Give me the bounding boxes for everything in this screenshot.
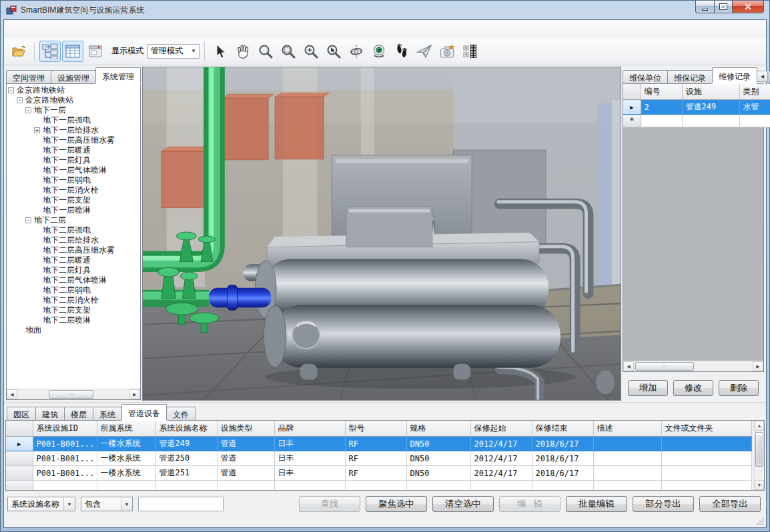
new-row[interactable]: * <box>623 115 770 127</box>
tree-item[interactable]: 地下二层暖通 <box>8 255 140 265</box>
delete-button[interactable]: 删除 <box>719 380 759 396</box>
search-input[interactable] <box>138 497 224 511</box>
tree-item[interactable]: 地下二层高压细水雾 <box>8 245 140 255</box>
table-row[interactable]: ▶P001-B001...一楼水系统管道249管道日丰RFDN502012/4/… <box>6 437 752 451</box>
tab[interactable]: 系统 <box>93 407 122 420</box>
partial-export-button[interactable]: 部分导出 <box>633 496 694 512</box>
collapse-icon[interactable]: - <box>25 217 31 223</box>
search-operator-select[interactable]: 包含▼ <box>81 497 133 511</box>
tab-scroll-left-icon[interactable]: ◀ <box>757 71 768 82</box>
tree-item[interactable]: 地面 <box>8 325 140 335</box>
column-header[interactable]: 编号 <box>641 84 682 100</box>
pan-hand-icon[interactable] <box>232 41 254 62</box>
cell[interactable]: 管道249 <box>682 100 739 115</box>
cell[interactable]: 管道 <box>217 437 274 451</box>
cell[interactable]: 日丰 <box>274 437 345 451</box>
tab[interactable]: 维保单位 <box>623 70 668 83</box>
cell[interactable]: 2018/6/17 <box>532 437 593 451</box>
zoom-range-icon[interactable] <box>300 41 322 62</box>
cell[interactable]: RF <box>345 466 406 481</box>
tree-item[interactable]: 地下一层弱电 <box>8 175 140 185</box>
batch-edit-button[interactable]: 批量编辑 <box>566 496 627 512</box>
cell[interactable]: P001-B001... <box>33 437 97 451</box>
tree-item[interactable]: -地下一层 <box>8 105 140 115</box>
tree-item[interactable]: 地下一层消火栓 <box>8 185 140 195</box>
table-row[interactable]: P001-B001...一楼水系统管道250管道日丰RFDN502012/4/1… <box>6 451 752 466</box>
expand-icon[interactable]: + <box>34 127 40 133</box>
row-selector[interactable] <box>6 451 33 466</box>
tree-item[interactable]: 地下一层支架 <box>8 195 140 205</box>
cell[interactable]: 管道249 <box>155 437 217 451</box>
orbit-icon[interactable] <box>346 41 367 62</box>
cell[interactable] <box>661 451 752 466</box>
clear-selected-button[interactable]: 清空选中 <box>432 496 494 512</box>
fly-icon[interactable] <box>414 41 435 62</box>
tree-item[interactable]: 地下二层支架 <box>8 305 140 315</box>
collapse-icon[interactable]: - <box>17 97 23 103</box>
tab[interactable]: 设施管理 <box>51 70 96 83</box>
column-header[interactable]: 型号 <box>345 421 406 437</box>
modify-button[interactable]: 修改 <box>673 380 713 396</box>
export-all-button[interactable]: 全部导出 <box>699 496 761 512</box>
zoom-select-icon[interactable] <box>323 41 344 62</box>
cell[interactable]: DN50 <box>406 437 470 451</box>
cell[interactable]: 水管 <box>739 100 770 115</box>
cell[interactable]: 一楼水系统 <box>97 437 155 451</box>
cell[interactable] <box>641 115 682 127</box>
tree-item[interactable]: 地下二层灯具 <box>8 265 140 275</box>
table-vertical-scrollbar[interactable]: ▲ ▼ <box>754 421 764 490</box>
cell[interactable] <box>593 437 661 451</box>
column-header[interactable]: 系统设施ID <box>33 421 97 437</box>
zoom-icon[interactable] <box>255 41 276 62</box>
column-header[interactable]: 文件或文件夹 <box>661 421 752 437</box>
cell[interactable]: DN50 <box>406 466 470 481</box>
tree-item[interactable]: -金京路地铁站 <box>8 85 140 95</box>
cell[interactable] <box>661 437 752 451</box>
tree-item[interactable]: 地下一层灯具 <box>8 155 140 165</box>
minimize-button[interactable] <box>695 1 715 13</box>
add-button[interactable]: 增加 <box>628 380 668 396</box>
grid-horizontal-scrollbar[interactable]: ◀ ▶ <box>623 361 763 371</box>
cell[interactable]: P001-B001... <box>33 451 97 466</box>
animation-icon[interactable] <box>459 41 480 62</box>
tree-item[interactable]: 地下二层消火栓 <box>8 295 140 305</box>
scroll-left-icon[interactable]: ◀ <box>7 389 17 399</box>
tree-item[interactable]: 地下二层弱电 <box>8 285 140 295</box>
table-row[interactable]: ▶2管道249水管 <box>623 100 770 115</box>
tree-item[interactable]: 地下二层强电 <box>8 225 140 235</box>
cell[interactable]: 2 <box>641 100 682 115</box>
form-view-icon[interactable] <box>85 41 106 62</box>
tree-item[interactable]: 地下二层喷淋 <box>8 315 140 325</box>
table-view-icon[interactable] <box>62 41 83 62</box>
scroll-down-icon[interactable]: ▼ <box>755 480 764 490</box>
tab[interactable]: 建筑 <box>35 407 65 420</box>
cell[interactable]: P001-B001... <box>33 466 97 481</box>
edit-button[interactable]: 编 辑 <box>499 496 560 512</box>
column-header[interactable]: 品牌 <box>274 421 345 437</box>
tree-item[interactable]: 地下一层高压细水雾 <box>8 135 140 145</box>
scroll-right-icon[interactable]: ▶ <box>753 361 763 371</box>
cell[interactable]: RF <box>345 437 406 451</box>
column-header[interactable]: 所属系统 <box>97 421 155 437</box>
maximize-button[interactable] <box>715 1 733 13</box>
close-button[interactable] <box>733 1 764 13</box>
cell[interactable] <box>593 466 661 481</box>
table-row[interactable]: P001-B001...一楼水系统管道251管道日丰RFDN502012/4/1… <box>6 466 752 481</box>
cell[interactable]: 2012/4/17 <box>470 437 532 451</box>
look-around-icon[interactable] <box>368 41 390 62</box>
tree-item[interactable]: -地下二层 <box>8 215 140 225</box>
resize-grip[interactable] <box>756 517 764 525</box>
cell[interactable]: 2018/6/17 <box>532 466 593 481</box>
column-header[interactable]: 规格 <box>406 421 470 437</box>
cell[interactable]: 日丰 <box>274 451 345 466</box>
column-header[interactable]: 描述 <box>593 421 661 437</box>
cell[interactable]: RF <box>345 451 406 466</box>
tab[interactable]: 系统管理 <box>95 67 141 83</box>
tree-item[interactable]: 地下一层气体喷淋 <box>8 165 140 175</box>
column-header[interactable]: 保修起始 <box>470 421 532 437</box>
tree-item[interactable]: 地下一层暖通 <box>8 145 140 155</box>
tab[interactable]: 维保记录 <box>667 70 713 83</box>
cell[interactable] <box>739 115 770 127</box>
row-selector[interactable] <box>6 466 33 481</box>
search-field-select[interactable]: 系统设施名称▼ <box>7 497 75 511</box>
